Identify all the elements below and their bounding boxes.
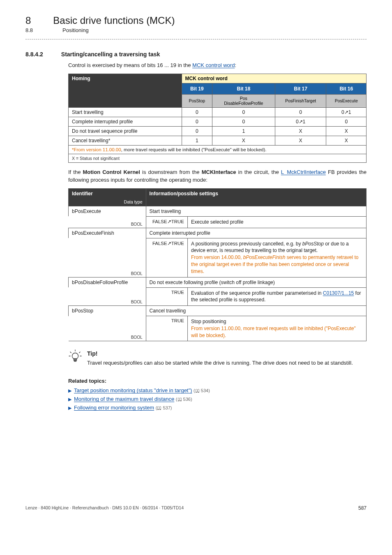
intro-paragraph: Control is exercised by means of bits 16… [68,62,367,69]
table-row: bPosStop Cancel travelling [69,306,367,316]
intro-suffix: : [235,62,236,68]
info-top-cell: Start travelling [146,206,367,216]
page-number: 587 [358,505,367,511]
row-name: Start travelling [69,108,182,117]
p-bold: MCKInterface [202,169,236,175]
identifier-header: Identifier [69,188,146,199]
chapter-number: 8 [25,15,31,26]
table-row: bPosExecute Start travelling [69,206,367,216]
bit-header: Bit 16 [326,83,367,94]
related-link[interactable]: Monitoring of the maximum travel distanc… [74,396,174,402]
footer-text: Lenze · 8400 HighLine · Referenzhandbuch… [25,505,184,511]
row-cell: X [326,136,367,146]
info-header: Information/possible settings [146,188,367,206]
row-cell: 0 [275,108,326,117]
row-cell: X [275,127,326,136]
identifier-cell: bPosExecute [69,206,146,216]
table-row: Do not travel sequence profile 0 1 X X [69,127,367,136]
val-cell: Evaluation of the sequence profile numbe… [188,287,367,306]
row-cell: 1 [182,136,212,146]
related-link[interactable]: Following error monitoring system [74,405,154,411]
key-cell: TRUE [146,287,188,306]
val-text: A positioning process previously cancell… [191,241,302,247]
svg-line-2 [79,352,80,353]
val-cell: Execute selected profile [188,216,367,228]
table-note-row: *From version 11.00.00, more travel requ… [69,146,367,154]
datatype-cell: BOOL [69,316,146,341]
datatype-cell: BOOL [69,216,146,228]
table-row: BOOL TRUE Evaluation of the sequence pro… [69,287,367,306]
p-text: If the [68,169,83,175]
key-cell: FALSE↗TRUE [146,216,188,228]
info-top-cell: Cancel travelling [146,306,367,316]
val-text: Evaluation of the sequence profile numbe… [191,290,323,296]
row-cell: 0 [182,127,212,136]
list-item: ▶ Target position monitoring (status "dr… [68,387,367,393]
info-top-cell: Do not execute following profile (switch… [146,277,367,287]
identifier-cell: bPosExecuteFinish [69,228,146,238]
key-cell: FALSE↗TRUE [146,238,188,277]
bit-header: Bit 19 [182,83,212,94]
val-text: Stop positioning [191,319,226,324]
table-row: Start travelling 0 0 0 0↗1 [69,108,367,117]
info-top-cell: Complete interrupted profile [146,228,367,238]
row-cell: X [212,136,275,146]
l-mckctrlinterface-link[interactable]: L_MckCtrlInterface [281,169,326,175]
val-orange: From version 11.00.00, more travel reque… [191,326,356,338]
bit-desc: PosExecute [326,94,367,107]
p-text: in the circuit, the [236,169,281,175]
row-cell: 0↗1 [326,108,367,117]
table-row: bPosDisableFollowProfile Do not execute … [69,277,367,287]
triangle-icon: ▶ [68,397,71,402]
tip-heading: Tip! [87,350,367,357]
row-cell: 0↗1 [275,117,326,127]
related-topics-heading: Related topics: [68,378,367,384]
c01307-link[interactable]: C01307/1...15 [323,290,354,296]
row-cell: X [275,136,326,146]
identifier-table: Identifier Information/possible settings… [68,188,367,342]
val-cell: Stop positioning From version 11.00.00, … [188,316,367,341]
svg-line-1 [70,352,71,353]
row-cell: 0 [182,108,212,117]
table-row: bPosExecuteFinish Complete interrupted p… [69,228,367,238]
row-cell: 0 [326,117,367,127]
key-cell: TRUE [146,316,188,341]
identifier-cell: bPosDisableFollowProfile [69,277,146,287]
mck-control-word-header: MCK control word [182,74,367,83]
bit-desc: PosFinishTarget [275,94,326,107]
note-suffix: , more travel requests will be inhibited… [121,147,267,152]
table-row: BOOL FALSE↗TRUE A positioning process pr… [69,238,367,277]
table-legend: X = Status not significant [69,154,367,163]
table-row: BOOL FALSE↗TRUE Execute selected profile [69,216,367,228]
datatype-header: Data type [69,199,146,206]
row-name: Complete interrupted profile [69,117,182,127]
val-orange: From version 14.00.00, bPosExecuteFinish… [191,254,359,274]
svg-point-5 [72,353,78,359]
table-legend-row: X = Status not significant [69,154,367,163]
lightbulb-icon [68,349,82,363]
note-version: From version 11.00.00 [74,147,121,152]
subchapter-number: 8.8 [25,27,33,33]
list-item: ▶ Following error monitoring system (🕮 5… [68,405,367,411]
homing-header: Homing [69,74,182,107]
bit-desc: PosStop [182,94,212,107]
related-link[interactable]: Target position monitoring (status "driv… [74,387,192,393]
table-row: BOOL TRUE Stop positioning From version … [69,316,367,341]
triangle-icon: ▶ [68,388,71,393]
row-cell: 0 [212,117,275,127]
homing-table: Homing MCK control word Bit 19 Bit 18 Bi… [68,74,367,163]
datatype-cell: BOOL [69,287,146,306]
page-ref: (🕮 536) [176,397,192,402]
row-name: Do not travel sequence profile [69,127,182,136]
book-icon: 🕮 [178,397,182,402]
table-row: Cancel travelling* 1 X X X [69,136,367,146]
page-ref: (🕮 534) [194,388,210,393]
bit-header: Bit 18 [212,83,275,94]
val-italic: bPosStop [302,241,324,247]
mck-control-word-link[interactable]: MCK control word [192,62,235,68]
val-italic: bPosExecuteFinish [243,254,286,260]
datatype-cell: BOOL [69,238,146,277]
val-cell: A positioning process previously cancell… [188,238,367,277]
section-title: Starting/cancelling a traversing task [61,51,160,58]
section-number: 8.8.4.2 [25,51,43,58]
